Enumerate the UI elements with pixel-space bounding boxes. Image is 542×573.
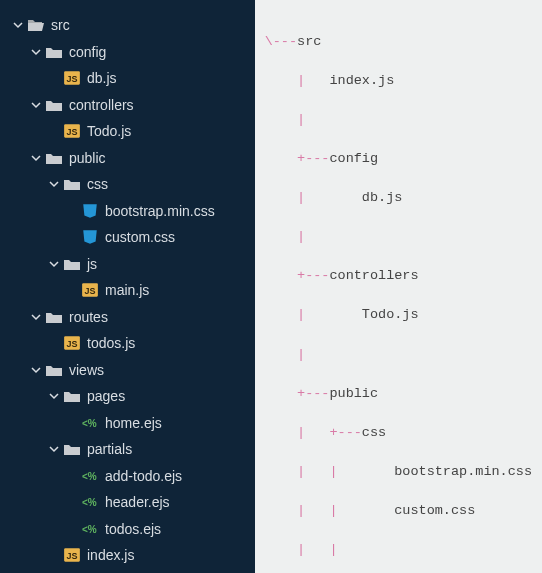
- chevron-down-icon: [30, 46, 42, 58]
- tree-file-todos-js[interactable]: JS todos.js: [0, 330, 255, 357]
- ascii-line: +---config: [265, 149, 532, 169]
- tree-file-bootstrap-css[interactable]: bootstrap.min.css: [0, 198, 255, 225]
- folder-icon: [63, 256, 81, 272]
- svg-text:JS: JS: [66, 74, 77, 84]
- folder-icon: [63, 388, 81, 404]
- folder-icon: [45, 97, 63, 113]
- js-file-icon: JS: [63, 335, 81, 351]
- ejs-file-icon: <%: [81, 468, 99, 484]
- tree-folder-js[interactable]: js: [0, 251, 255, 278]
- folder-label: css: [87, 176, 108, 192]
- folder-icon: [45, 309, 63, 325]
- folder-label: config: [69, 44, 106, 60]
- ascii-line: |: [265, 110, 532, 130]
- chevron-down-icon: [48, 258, 60, 270]
- ascii-line: | +---css: [265, 423, 532, 443]
- ascii-line: | | custom.css: [265, 501, 532, 521]
- svg-text:<%: <%: [82, 471, 97, 482]
- chevron-down-icon: [30, 364, 42, 376]
- tree-file-index-js[interactable]: JS index.js: [0, 542, 255, 569]
- file-label: bootstrap.min.css: [105, 203, 215, 219]
- ascii-line: +---public: [265, 384, 532, 404]
- folder-label: js: [87, 256, 97, 272]
- svg-text:<%: <%: [82, 418, 97, 429]
- ascii-line: +---controllers: [265, 266, 532, 286]
- tree-file-header-ejs[interactable]: <% header.ejs: [0, 489, 255, 516]
- chevron-down-icon: [48, 178, 60, 190]
- svg-text:<%: <%: [82, 497, 97, 508]
- ejs-file-icon: <%: [81, 415, 99, 431]
- ejs-file-icon: <%: [81, 521, 99, 537]
- tree-folder-pages[interactable]: pages: [0, 383, 255, 410]
- tree-folder-routes[interactable]: routes: [0, 304, 255, 331]
- folder-icon: [45, 44, 63, 60]
- folder-icon: [45, 362, 63, 378]
- ascii-line: \---src: [265, 32, 532, 52]
- js-file-icon: JS: [63, 70, 81, 86]
- chevron-down-icon: [30, 311, 42, 323]
- file-label: todos.js: [87, 335, 135, 351]
- tree-file-main-js[interactable]: JS main.js: [0, 277, 255, 304]
- folder-open-icon: [27, 17, 45, 33]
- tree-file-todo-js[interactable]: JS Todo.js: [0, 118, 255, 145]
- css-file-icon: [81, 203, 99, 219]
- tree-file-db-js[interactable]: JS db.js: [0, 65, 255, 92]
- tree-folder-src[interactable]: src: [0, 12, 255, 39]
- chevron-down-icon: [48, 390, 60, 402]
- file-tree-panel: src config JS db.js controllers JS Todo.…: [0, 0, 255, 573]
- tree-folder-views[interactable]: views: [0, 357, 255, 384]
- folder-icon: [45, 150, 63, 166]
- folder-label: views: [69, 362, 104, 378]
- file-label: todos.ejs: [105, 521, 161, 537]
- ascii-line: | Todo.js: [265, 305, 532, 325]
- js-file-icon: JS: [63, 123, 81, 139]
- file-label: db.js: [87, 70, 117, 86]
- folder-label: routes: [69, 309, 108, 325]
- ejs-file-icon: <%: [81, 494, 99, 510]
- tree-file-home-ejs[interactable]: <% home.ejs: [0, 410, 255, 437]
- file-label: main.js: [105, 282, 149, 298]
- file-label: header.ejs: [105, 494, 170, 510]
- folder-label: partials: [87, 441, 132, 457]
- folder-label: pages: [87, 388, 125, 404]
- file-label: add-todo.ejs: [105, 468, 182, 484]
- ascii-line: |: [265, 345, 532, 365]
- svg-text:JS: JS: [66, 339, 77, 349]
- ascii-line: | |: [265, 540, 532, 560]
- ascii-tree-panel: \---src | index.js | +---config | db.js …: [255, 0, 542, 573]
- folder-icon: [63, 441, 81, 457]
- js-file-icon: JS: [81, 282, 99, 298]
- tree-folder-css[interactable]: css: [0, 171, 255, 198]
- tree-folder-public[interactable]: public: [0, 145, 255, 172]
- tree-folder-controllers[interactable]: controllers: [0, 92, 255, 119]
- ascii-line: |: [265, 227, 532, 247]
- chevron-down-icon: [30, 152, 42, 164]
- chevron-down-icon: [48, 443, 60, 455]
- folder-icon: [63, 176, 81, 192]
- folder-label: controllers: [69, 97, 134, 113]
- ascii-line: | | bootstrap.min.css: [265, 462, 532, 482]
- css-file-icon: [81, 229, 99, 245]
- svg-text:JS: JS: [66, 551, 77, 561]
- svg-text:JS: JS: [66, 127, 77, 137]
- tree-file-custom-css[interactable]: custom.css: [0, 224, 255, 251]
- svg-text:<%: <%: [82, 524, 97, 535]
- ascii-line: | db.js: [265, 188, 532, 208]
- folder-label: public: [69, 150, 106, 166]
- tree-file-todos-ejs[interactable]: <% todos.ejs: [0, 516, 255, 543]
- ascii-line: | index.js: [265, 71, 532, 91]
- chevron-down-icon: [30, 99, 42, 111]
- tree-folder-config[interactable]: config: [0, 39, 255, 66]
- svg-text:JS: JS: [84, 286, 95, 296]
- file-label: home.ejs: [105, 415, 162, 431]
- tree-file-add-todo-ejs[interactable]: <% add-todo.ejs: [0, 463, 255, 490]
- chevron-down-icon: [12, 19, 24, 31]
- folder-label: src: [51, 17, 70, 33]
- js-file-icon: JS: [63, 547, 81, 563]
- file-label: Todo.js: [87, 123, 131, 139]
- file-label: index.js: [87, 547, 134, 563]
- tree-folder-partials[interactable]: partials: [0, 436, 255, 463]
- file-label: custom.css: [105, 229, 175, 245]
